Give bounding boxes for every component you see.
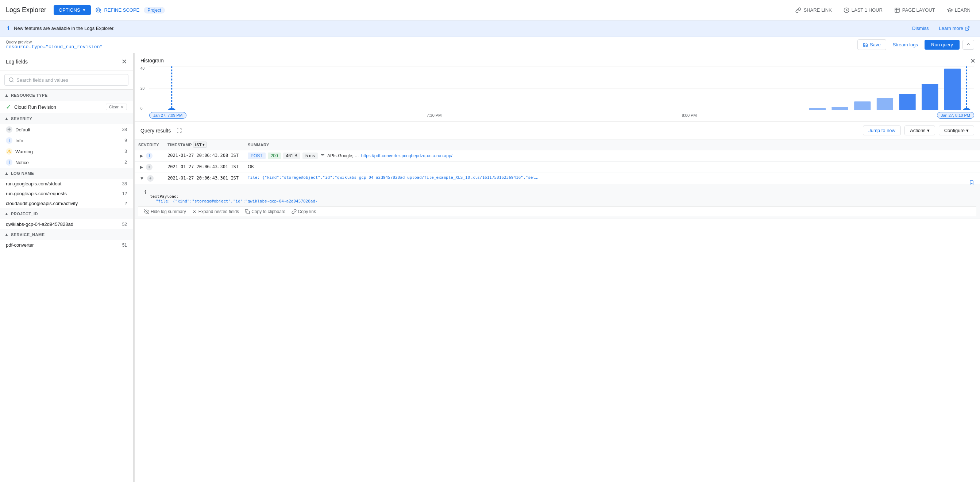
sidebar-item-requests[interactable]: run.googleapis.com/requests 12 bbox=[0, 189, 133, 199]
page-layout-button[interactable]: PAGE LAYOUT bbox=[891, 5, 939, 15]
warning-count: 3 bbox=[124, 149, 127, 154]
bookmark-icon[interactable] bbox=[969, 180, 974, 185]
histogram-close-button[interactable]: ✕ bbox=[970, 57, 975, 65]
default-count: 38 bbox=[122, 127, 127, 132]
share-link-button[interactable]: SHARE LINK bbox=[792, 5, 835, 15]
query-preview: Query preview resource.type="cloud_run_r… bbox=[6, 40, 853, 49]
last-hour-button[interactable]: LAST 1 HOUR bbox=[840, 5, 886, 15]
timestamp-cell: 2021-01-27 20:06:43.301 IST bbox=[164, 173, 244, 184]
hide-label: Hide log summary bbox=[151, 209, 186, 214]
expand-nested-label: Expand nested fields bbox=[199, 209, 239, 214]
learn-button[interactable]: LEARN bbox=[943, 5, 974, 15]
project-badge: Project bbox=[144, 7, 165, 13]
summary-extra: APIs-Google; … bbox=[327, 153, 359, 158]
options-button[interactable]: OPTIONS ▼ bbox=[54, 5, 91, 15]
actions-button[interactable]: Actions ▾ bbox=[904, 126, 935, 135]
svg-rect-17 bbox=[877, 98, 893, 110]
svg-rect-18 bbox=[899, 94, 915, 110]
sidebar-item-stdout[interactable]: run.googleapis.com/stdout 38 bbox=[0, 179, 133, 189]
copy-clipboard-button[interactable]: Copy to clipboard bbox=[245, 209, 285, 214]
stream-logs-button[interactable]: Stream logs bbox=[889, 40, 922, 49]
table-body: ▶ i 2021-01-27 20:06:43.208 IST POST 200 bbox=[135, 150, 980, 219]
section-project-id[interactable]: ▲ PROJECT_ID bbox=[0, 208, 133, 219]
external-link-icon bbox=[965, 26, 970, 31]
section-service-name[interactable]: ▲ SERVICE_NAME bbox=[0, 229, 133, 240]
table-header: SEVERITY TIMESTAMP IST ▾ SUMMARY bbox=[135, 139, 980, 150]
search-fields-input[interactable]: Search fields and values bbox=[5, 74, 129, 86]
row-expand-button[interactable]: ▶ bbox=[138, 153, 145, 158]
service-name-value: pdf-converter bbox=[6, 242, 119, 248]
sidebar-item-notice[interactable]: i Notice 2 bbox=[0, 157, 133, 168]
copy-link-button[interactable]: Copy link bbox=[291, 209, 316, 214]
resource-type-label: RESOURCE TYPE bbox=[11, 93, 48, 97]
hide-icon bbox=[144, 209, 149, 214]
resource-type-name: Cloud Run Revision bbox=[14, 104, 103, 110]
chevron-down-icon: ▼ bbox=[83, 8, 86, 12]
time-start-marker[interactable]: Jan 27, 7:09 PM bbox=[149, 112, 186, 119]
section-resource-type[interactable]: ▲ RESOURCE TYPE bbox=[0, 90, 133, 101]
project-id-label: PROJECT_ID bbox=[11, 212, 38, 216]
summary-cell: OK bbox=[244, 162, 980, 173]
th-summary: SUMMARY bbox=[244, 139, 980, 150]
dismiss-button[interactable]: Dismiss bbox=[909, 24, 932, 32]
status-tag: 200 bbox=[268, 153, 281, 159]
timestamp-cell: 2021-01-27 20:06:43.301 IST bbox=[164, 162, 244, 173]
json-expanded-cell: { textPayload: "file: {"kind":"storage#o… bbox=[135, 184, 980, 219]
svg-point-8 bbox=[9, 78, 13, 82]
severity-cell: ▼ ✦ bbox=[135, 173, 164, 184]
collapse-button[interactable] bbox=[963, 40, 974, 49]
clock-icon bbox=[843, 7, 850, 13]
query-code[interactable]: resource.type="cloud_run_revision" bbox=[6, 44, 853, 49]
jump-to-now-button[interactable]: Jump to now bbox=[863, 126, 901, 135]
summary-link[interactable]: https://pdf-converter-pcnqbepdzq-uc.a.ru… bbox=[361, 153, 452, 158]
expand-results-button[interactable]: ⛶ bbox=[174, 127, 184, 134]
save-button[interactable]: Save bbox=[858, 40, 886, 50]
info-icon: i bbox=[146, 153, 153, 159]
requests-count: 12 bbox=[122, 191, 127, 196]
row-expand-button[interactable]: ▼ bbox=[138, 176, 146, 181]
app-title: Logs Explorer bbox=[6, 6, 46, 14]
run-query-button[interactable]: Run query bbox=[924, 40, 959, 49]
section-log-name[interactable]: ▲ LOG NAME bbox=[0, 168, 133, 179]
table-row: ▶ i 2021-01-27 20:06:43.208 IST POST 200 bbox=[135, 150, 980, 162]
time-end-marker[interactable]: Jan 27, 8:10 PM bbox=[937, 112, 974, 119]
learn-more-button[interactable]: Learn more bbox=[936, 24, 973, 32]
refine-scope-button[interactable]: REFINE SCOPE bbox=[95, 7, 139, 13]
summary-tags: POST 200 461 B 5 ms APIs-Google; … https… bbox=[248, 153, 976, 159]
svg-rect-16 bbox=[854, 102, 870, 110]
th-timestamp[interactable]: TIMESTAMP IST ▾ bbox=[164, 139, 244, 150]
info-severity-icon: i bbox=[6, 137, 13, 144]
copy-label: Copy to clipboard bbox=[251, 209, 285, 214]
sidebar-item-service[interactable]: pdf-converter 51 bbox=[0, 240, 133, 250]
sidebar-item-default[interactable]: ✦ Default 38 bbox=[0, 124, 133, 135]
cloud-run-revision-item[interactable]: ✓ Cloud Run Revision Clear ✕ bbox=[0, 101, 133, 113]
sidebar-item-warning[interactable]: ⚠ Warning 3 bbox=[0, 146, 133, 157]
configure-button[interactable]: Configure ▾ bbox=[939, 126, 974, 135]
learn-icon bbox=[947, 7, 953, 13]
x-label-730: 7:30 PM bbox=[426, 113, 441, 118]
expand-nested-button[interactable]: Expand nested fields bbox=[192, 209, 239, 214]
histogram-chart bbox=[149, 67, 974, 110]
requests-label: run.googleapis.com/requests bbox=[6, 191, 119, 196]
row-expand-button[interactable]: ▶ bbox=[138, 165, 145, 170]
query-actions: Save Stream logs Run query bbox=[858, 40, 974, 50]
bookmark-icon-container bbox=[969, 180, 974, 186]
refine-scope-icon bbox=[95, 7, 102, 13]
configure-label: Configure bbox=[944, 128, 965, 133]
hide-log-summary-button[interactable]: Hide log summary bbox=[144, 209, 186, 214]
project-count: 52 bbox=[122, 222, 127, 227]
activity-label: cloudaudit.googleapis.com/activity bbox=[6, 201, 121, 206]
svg-point-23 bbox=[168, 108, 175, 110]
sidebar-item-project[interactable]: qwiklabs-gcp-04-a2d9457828ad 52 bbox=[0, 219, 133, 229]
section-severity[interactable]: ▲ SEVERITY bbox=[0, 113, 133, 124]
stdout-label: run.googleapis.com/stdout bbox=[6, 181, 119, 186]
info-banner-icon: ℹ bbox=[7, 25, 10, 32]
tz-selector[interactable]: IST ▾ bbox=[193, 142, 207, 148]
sidebar-close-button[interactable]: ✕ bbox=[121, 58, 127, 66]
clear-button[interactable]: Clear ✕ bbox=[106, 103, 127, 110]
sidebar-item-activity[interactable]: cloudaudit.googleapis.com/activity 2 bbox=[0, 199, 133, 208]
summary-cell: POST 200 461 B 5 ms APIs-Google; … https… bbox=[244, 150, 980, 162]
last-hour-label: LAST 1 HOUR bbox=[851, 7, 883, 13]
sidebar-item-info[interactable]: i Info 9 bbox=[0, 135, 133, 146]
histogram-title: Histogram bbox=[140, 58, 974, 64]
